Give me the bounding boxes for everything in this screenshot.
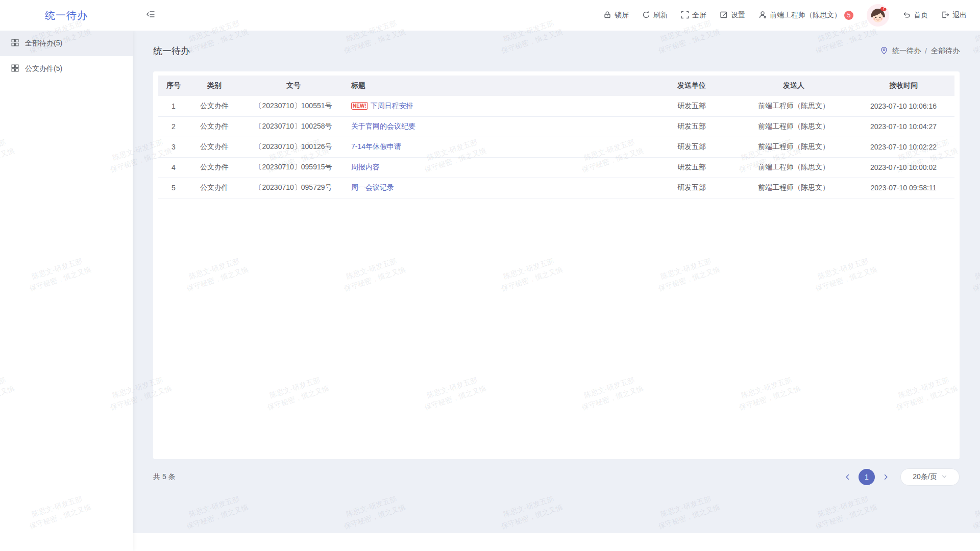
cell-title: 周报内容 — [347, 157, 648, 178]
table-row: 4公文办件〔20230710〕095915号周报内容研发五部前端工程师（陈思文）… — [158, 157, 954, 178]
doc-link[interactable]: 7-14年休假申请 — [351, 142, 401, 151]
top-header-bar: 锁屏 刷新 全屏 设置 — [133, 0, 980, 31]
lock-screen-label: 锁屏 — [615, 11, 629, 20]
cell-time: 2023-07-10 10:04:27 — [852, 116, 954, 137]
page-size-value: 20条/页 — [913, 472, 937, 482]
cell-time: 2023-07-10 10:06:16 — [852, 96, 954, 116]
breadcrumb: 统一待办 / 全部待办 — [880, 46, 960, 56]
breadcrumb-item[interactable]: 统一待办 — [892, 46, 921, 56]
sidebar-item-all-todo[interactable]: 全部待办(5) — [0, 31, 133, 56]
cell-sender: 前端工程师（陈思文） — [735, 178, 852, 198]
cell-doc-no: 〔20230710〕095729号 — [240, 178, 347, 198]
sidebar-item-label: 全部待办(5) — [25, 39, 62, 48]
next-page-button[interactable] — [882, 473, 889, 481]
lock-icon — [603, 11, 611, 20]
pagination-bar: 共 5 条 1 20条/页 — [153, 459, 960, 495]
cell-category: 公文办件 — [189, 137, 240, 157]
cell-doc-no: 〔20230710〕100258号 — [240, 116, 347, 137]
fullscreen-icon — [681, 11, 689, 20]
doc-link[interactable]: 关于官网的会议纪要 — [351, 122, 415, 130]
lock-screen-button[interactable]: 锁屏 — [603, 11, 629, 20]
todo-table: 序号 类别 文号 标题 发送单位 发送人 接收时间 1公文办件〔20230710… — [158, 76, 954, 198]
main-header: 统一待办 统一待办 / 全部待办 — [153, 31, 960, 71]
cell-index: 1 — [158, 96, 189, 116]
column-header: 发送单位 — [648, 76, 735, 96]
cell-category: 公文办件 — [189, 96, 240, 116]
cell-time: 2023-07-10 09:58:11 — [852, 178, 954, 198]
cell-index: 5 — [158, 178, 189, 198]
grid-icon — [11, 39, 19, 48]
app-title: 统一待办 — [45, 9, 88, 22]
cell-doc-no: 〔20230710〕100126号 — [240, 137, 347, 157]
grid-icon — [11, 64, 19, 73]
settings-label: 设置 — [731, 11, 745, 20]
cell-unit: 研发五部 — [648, 96, 735, 116]
settings-button[interactable]: 设置 — [720, 11, 745, 20]
column-header: 文号 — [240, 76, 347, 96]
user-menu[interactable]: 前端工程师（陈思文） 5 — [758, 11, 853, 20]
home-button[interactable]: 首页 — [902, 11, 928, 20]
refresh-button[interactable]: 刷新 — [642, 11, 668, 20]
cell-sender: 前端工程师（陈思文） — [735, 137, 852, 157]
doc-link[interactable]: 下周日程安排 — [371, 102, 413, 110]
cell-category: 公文办件 — [189, 178, 240, 198]
cell-unit: 研发五部 — [648, 137, 735, 157]
sidebar-item-official-doc[interactable]: 公文办件(5) — [0, 56, 133, 82]
cell-title: NEW!下周日程安排 — [347, 96, 648, 116]
table-header-row: 序号 类别 文号 标题 发送单位 发送人 接收时间 — [158, 76, 954, 96]
avatar[interactable] — [867, 4, 889, 27]
cell-category: 公文办件 — [189, 116, 240, 137]
user-name: 前端工程师（陈思文） — [770, 11, 841, 20]
fullscreen-button[interactable]: 全屏 — [681, 11, 706, 20]
cell-title: 周一会议记录 — [347, 178, 648, 198]
breadcrumb-separator: / — [925, 47, 927, 55]
location-pin-icon — [880, 46, 888, 56]
table-row: 3公文办件〔20230710〕100126号7-14年休假申请研发五部前端工程师… — [158, 137, 954, 157]
cell-category: 公文办件 — [189, 157, 240, 178]
page-size-select[interactable]: 20条/页 — [900, 468, 960, 486]
cell-index: 2 — [158, 116, 189, 137]
app-logo-area: 统一待办 — [0, 0, 133, 31]
topbar-actions: 锁屏 刷新 全屏 设置 — [603, 4, 967, 27]
table-row: 5公文办件〔20230710〕095729号周一会议记录研发五部前端工程师（陈思… — [158, 178, 954, 198]
main-content: 统一待办 统一待办 / 全部待办 序号 类别 文号 标题 — [133, 31, 980, 533]
cell-time: 2023-07-10 10:00:02 — [852, 157, 954, 178]
prev-page-button[interactable] — [844, 473, 851, 481]
refresh-icon — [642, 11, 650, 20]
cell-doc-no: 〔20230710〕095915号 — [240, 157, 347, 178]
user-icon — [758, 11, 767, 20]
chevron-down-icon — [941, 473, 947, 481]
cell-sender: 前端工程师（陈思文） — [735, 157, 852, 178]
logout-button[interactable]: 退出 — [941, 11, 967, 20]
column-header: 类别 — [189, 76, 240, 96]
edit-square-icon — [720, 11, 728, 20]
cell-doc-no: 〔20230710〕100551号 — [240, 96, 347, 116]
fullscreen-label: 全屏 — [692, 11, 706, 20]
doc-link[interactable]: 周一会议记录 — [351, 183, 394, 191]
cell-sender: 前端工程师（陈思文） — [735, 116, 852, 137]
column-header: 序号 — [158, 76, 189, 96]
column-header: 标题 — [347, 76, 648, 96]
cell-unit: 研发五部 — [648, 178, 735, 198]
sidebar-collapse-button[interactable] — [146, 10, 155, 20]
sidebar: 全部待办(5) 公文办件(5) — [0, 31, 133, 551]
current-page-button[interactable]: 1 — [859, 469, 875, 485]
home-label: 首页 — [914, 11, 928, 20]
cell-index: 4 — [158, 157, 189, 178]
cell-title: 关于官网的会议纪要 — [347, 116, 648, 137]
cell-sender: 前端工程师（陈思文） — [735, 96, 852, 116]
page-title: 统一待办 — [153, 45, 190, 57]
table-panel: 序号 类别 文号 标题 发送单位 发送人 接收时间 1公文办件〔20230710… — [153, 71, 960, 459]
doc-link[interactable]: 周报内容 — [351, 163, 380, 171]
fold-icon — [146, 10, 155, 20]
cell-index: 3 — [158, 137, 189, 157]
logout-label: 退出 — [952, 11, 967, 20]
sidebar-item-label: 公文办件(5) — [25, 64, 62, 73]
column-header: 发送人 — [735, 76, 852, 96]
logout-icon — [941, 11, 949, 20]
total-count: 共 5 条 — [153, 472, 176, 482]
breadcrumb-item: 全部待办 — [931, 46, 960, 56]
column-header: 接收时间 — [852, 76, 954, 96]
new-badge: NEW! — [351, 102, 368, 110]
pager-controls: 1 20条/页 — [844, 468, 960, 486]
